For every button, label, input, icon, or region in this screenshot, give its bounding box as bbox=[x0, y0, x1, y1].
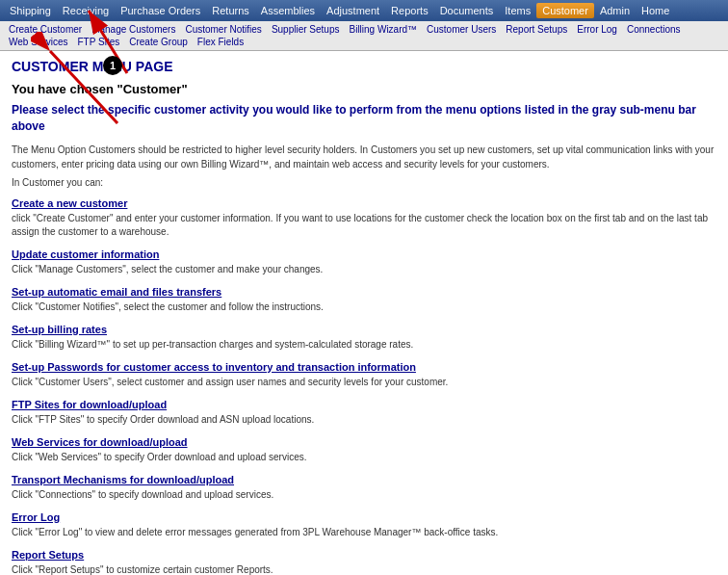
desc-report-setups: Click "Report Setups" to customize certa… bbox=[12, 563, 716, 575]
desc-billing-rates: Click "Billing Wizard™" to set up per-tr… bbox=[12, 338, 716, 352]
subnav-manage-customers[interactable]: Manage Customers bbox=[87, 23, 180, 36]
nav-items[interactable]: Items bbox=[499, 3, 536, 18]
nav-customer[interactable]: Customer bbox=[536, 3, 594, 18]
link-passwords[interactable]: Set-up Passwords for customer access to … bbox=[12, 361, 716, 373]
desc-error-log: Click "Error Log" to view and delete err… bbox=[12, 526, 716, 539]
nav-receiving[interactable]: Receiving bbox=[57, 3, 115, 18]
desc-update-customer: Click "Manage Customers", select the cus… bbox=[12, 263, 716, 276]
link-transport[interactable]: Transport Mechanisms for download/upload bbox=[12, 474, 716, 485]
section-create-customer: Create a new customer click "Create Cust… bbox=[12, 197, 716, 239]
link-error-log[interactable]: Error Log bbox=[12, 511, 716, 523]
section-passwords: Set-up Passwords for customer access to … bbox=[12, 361, 716, 389]
subnav-create-group[interactable]: Create Group bbox=[124, 36, 193, 48]
in-customer-text: In Customer you can: bbox=[12, 177, 716, 188]
nav-purchase-orders[interactable]: Purchase Orders bbox=[115, 3, 206, 18]
subnav-customer-notifies[interactable]: Customer Notifies bbox=[180, 23, 266, 36]
link-create-customer[interactable]: Create a new customer bbox=[12, 197, 716, 209]
section-billing-rates: Set-up billing rates Click "Billing Wiza… bbox=[12, 324, 716, 352]
section-report-setups: Report Setups Click "Report Setups" to c… bbox=[12, 549, 716, 575]
link-ftp-sites[interactable]: FTP Sites for download/upload bbox=[12, 399, 716, 410]
link-email-files[interactable]: Set-up automatic email and files transfe… bbox=[12, 286, 716, 298]
link-web-services[interactable]: Web Services for download/upload bbox=[12, 436, 716, 448]
subnav-customer-users[interactable]: Customer Users bbox=[422, 23, 501, 36]
nav-shipping[interactable]: Shipping bbox=[4, 3, 57, 18]
desc-email-files: Click "Customer Notifies", select the cu… bbox=[12, 301, 716, 314]
page-content: CUSTOMER MENU PAGE You have chosen "Cust… bbox=[0, 51, 728, 575]
desc-create-customer: click "Create Customer" and enter your c… bbox=[12, 212, 716, 239]
sub-navigation: Create Customer Manage Customers Custome… bbox=[0, 21, 728, 51]
section-error-log: Error Log Click "Error Log" to view and … bbox=[12, 511, 716, 539]
subnav-web-services[interactable]: Web Services bbox=[4, 36, 73, 48]
desc-transport: Click "Connections" to specify download … bbox=[12, 488, 716, 502]
nav-home[interactable]: Home bbox=[636, 3, 675, 18]
nav-reports[interactable]: Reports bbox=[385, 3, 434, 18]
subnav-report-setups[interactable]: Report Setups bbox=[501, 23, 572, 36]
section-email-files: Set-up automatic email and files transfe… bbox=[12, 286, 716, 314]
nav-admin[interactable]: Admin bbox=[594, 3, 636, 18]
please-select-text: Please select the specific customer acti… bbox=[12, 102, 716, 135]
section-transport: Transport Mechanisms for download/upload… bbox=[12, 474, 716, 502]
subnav-flex-fields[interactable]: Flex Fields bbox=[193, 36, 248, 48]
subnav-error-log[interactable]: Error Log bbox=[572, 23, 622, 36]
desc-passwords: Click "Customer Users", select customer … bbox=[12, 376, 716, 389]
link-billing-rates[interactable]: Set-up billing rates bbox=[12, 324, 716, 335]
nav-returns[interactable]: Returns bbox=[206, 3, 255, 18]
subnav-billing-wizard[interactable]: Billing Wizard™ bbox=[344, 23, 422, 36]
link-update-customer[interactable]: Update customer information bbox=[12, 248, 716, 260]
section-update-customer: Update customer information Click "Manag… bbox=[12, 248, 716, 276]
subnav-create-customer[interactable]: Create Customer bbox=[4, 23, 87, 36]
link-report-setups[interactable]: Report Setups bbox=[12, 549, 716, 561]
nav-documents[interactable]: Documents bbox=[434, 3, 500, 18]
section-web-services: Web Services for download/upload Click "… bbox=[12, 436, 716, 464]
description-text: The Menu Option Customers should be rest… bbox=[12, 143, 716, 171]
nav-assemblies[interactable]: Assemblies bbox=[255, 3, 321, 18]
desc-ftp-sites: Click "FTP Sites" to specify Order downl… bbox=[12, 413, 716, 427]
top-navigation: Shipping Receiving Purchase Orders Retur… bbox=[0, 0, 728, 21]
sections-container: Create a new customer click "Create Cust… bbox=[12, 197, 716, 575]
subnav-ftp-sites[interactable]: FTP Sites bbox=[73, 36, 125, 48]
nav-adjustment[interactable]: Adjustment bbox=[321, 3, 385, 18]
chose-heading: You have chosen "Customer" bbox=[12, 82, 716, 96]
section-ftp-sites: FTP Sites for download/upload Click "FTP… bbox=[12, 399, 716, 427]
subnav-connections[interactable]: Connections bbox=[622, 23, 686, 36]
subnav-supplier-setups[interactable]: Supplier Setups bbox=[267, 23, 345, 36]
annotation-number-1: 1 bbox=[103, 56, 122, 75]
desc-web-services: Click "Web Services" to specify Order do… bbox=[12, 451, 716, 464]
